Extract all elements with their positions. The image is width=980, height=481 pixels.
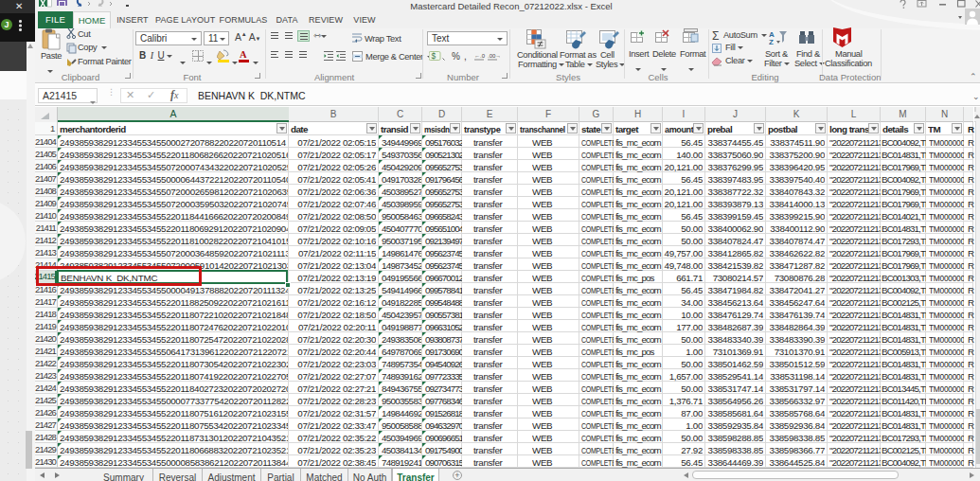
- svg-text:←.0: ←.0: [474, 53, 486, 59]
- svg-text:.00→: .00→: [488, 53, 500, 59]
- svg-text:$: $: [432, 51, 437, 61]
- svg-text:%: %: [452, 51, 460, 62]
- svg-text:Z: Z: [769, 38, 774, 45]
- svg-text:,: ,: [464, 51, 467, 62]
